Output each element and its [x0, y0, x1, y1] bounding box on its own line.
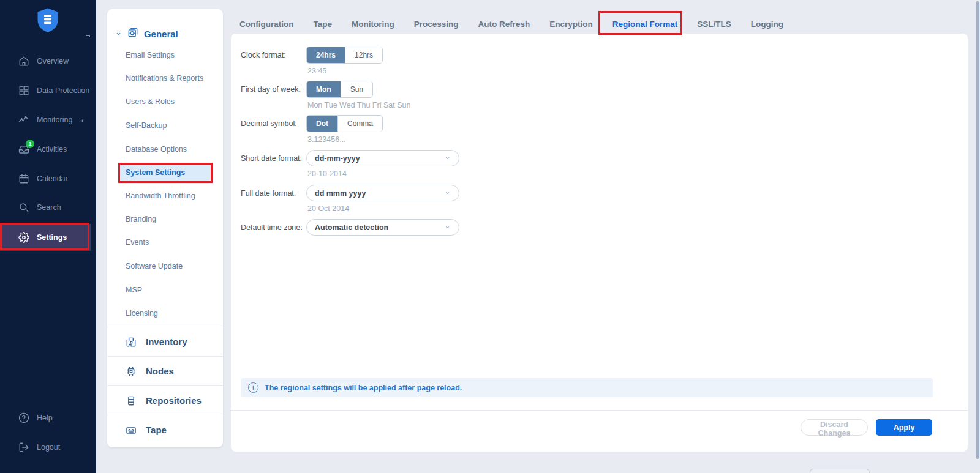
sidebar-item-label: Calendar — [37, 174, 68, 183]
clock-format-toggle: 24hrs 12hrs — [306, 47, 383, 64]
settings-nav-section-repositories[interactable]: Repositories — [107, 385, 223, 415]
inbox-icon: 1 — [18, 144, 29, 155]
first-day-example: Mon Tue Wed Thu Fri Sat Sun — [307, 101, 410, 110]
section-label: Tape — [146, 425, 167, 435]
regional-format-panel: Clock format: 24hrs 12hrs 23:45 First da… — [231, 34, 968, 452]
activity-chart-icon — [18, 114, 29, 125]
settings-nav-section-inventory[interactable]: Inventory — [107, 327, 223, 356]
repositories-icon — [125, 395, 137, 407]
clock-format-label: Clock format: — [241, 47, 306, 64]
full-date-label: Full date format: — [241, 185, 306, 202]
decimal-symbol-label: Decimal symbol: — [241, 115, 306, 132]
activities-count-badge: 1 — [26, 140, 34, 148]
form-row-short-date: Short date format: dd-mm-yyyy ⌄ 20-10-20… — [241, 150, 459, 178]
first-day-toggle: Mon Sun — [306, 81, 373, 98]
nav-item-notifications-reports[interactable]: Notifications & Reports — [107, 72, 223, 84]
first-day-mon-button[interactable]: Mon — [306, 81, 341, 98]
nav-item-licensing[interactable]: Licensing — [107, 307, 223, 319]
tab-logging[interactable]: Logging — [751, 20, 783, 29]
left-sidebar: Overview Data Protection Monitoring ‹ 1 … — [0, 0, 96, 473]
nav-item-self-backup[interactable]: Self-Backup — [107, 119, 223, 132]
settings-nav-section-nodes[interactable]: Nodes — [107, 356, 223, 385]
clock-format-example: 23:45 — [307, 67, 383, 75]
sidebar-item-label: Settings — [37, 233, 67, 242]
time-zone-label: Default time zone: — [241, 219, 306, 236]
chevron-down-icon[interactable]: ⌄ — [115, 29, 122, 35]
form-row-time-zone: Default time zone: Automatic detection ⌄ — [241, 219, 459, 236]
sidebar-item-help[interactable]: Help — [0, 409, 96, 426]
section-label: Repositories — [146, 395, 202, 406]
sidebar-item-settings[interactable]: Settings — [0, 224, 91, 251]
discard-changes-button[interactable]: Discard Changes — [801, 419, 868, 436]
collapse-corner-icon[interactable] — [86, 35, 90, 37]
tab-auto-refresh[interactable]: Auto Refresh — [478, 20, 530, 29]
nav-item-email-settings[interactable]: Email Settings — [107, 49, 223, 61]
sidebar-item-data-protection[interactable]: Data Protection — [0, 82, 96, 99]
tab-regional-format[interactable]: Regional Format — [612, 20, 678, 29]
page-scrollbar[interactable] — [976, 1, 979, 459]
calendar-icon — [18, 173, 29, 184]
nav-item-bandwidth-throttling[interactable]: Bandwidth Throttling — [107, 190, 223, 202]
sidebar-item-overview[interactable]: Overview — [0, 53, 96, 70]
chevron-down-icon: ⌄ — [444, 188, 451, 195]
first-day-label: First day of week: — [241, 81, 306, 98]
sidebar-item-search[interactable]: Search — [0, 199, 96, 216]
bottom-peek-element — [810, 469, 870, 473]
decimal-comma-button[interactable]: Comma — [337, 116, 382, 132]
sidebar-item-label: Activities — [37, 145, 67, 154]
sidebar-item-calendar[interactable]: Calendar — [0, 170, 96, 187]
info-banner: i The regional settings will be applied … — [241, 378, 933, 397]
full-date-select[interactable]: dd mmm yyyy ⌄ — [306, 185, 459, 201]
clock-format-24hrs-button[interactable]: 24hrs — [306, 47, 345, 64]
section-label: Inventory — [146, 337, 187, 347]
first-day-sun-button[interactable]: Sun — [341, 81, 372, 97]
short-date-select[interactable]: dd-mm-yyyy ⌄ — [306, 150, 459, 166]
help-circle-icon — [18, 412, 29, 423]
clock-format-12hrs-button[interactable]: 12hrs — [345, 47, 382, 63]
form-row-first-day: First day of week: Mon Sun Mon Tue Wed T… — [241, 81, 410, 110]
decimal-symbol-toggle: Dot Comma — [306, 115, 383, 132]
tab-processing[interactable]: Processing — [414, 20, 459, 29]
tab-tape[interactable]: Tape — [313, 20, 332, 29]
tape-icon — [125, 424, 137, 436]
short-date-label: Short date format: — [241, 150, 306, 167]
short-date-value: dd-mm-yyyy — [315, 154, 360, 163]
tab-monitoring[interactable]: Monitoring — [352, 20, 394, 29]
decimal-symbol-example: 3.123456... — [307, 135, 383, 144]
settings-nav-section-tape[interactable]: Tape — [107, 415, 223, 444]
sidebar-item-label: Help — [37, 414, 53, 422]
sidebar-item-label: Search — [37, 203, 61, 212]
sidebar-item-label: Overview — [37, 57, 69, 65]
info-icon: i — [248, 382, 258, 393]
nav-item-events[interactable]: Events — [107, 236, 223, 248]
settings-nav-section-general[interactable]: ⌄ General — [115, 26, 178, 41]
decimal-dot-button[interactable]: Dot — [306, 115, 338, 132]
nav-item-msp[interactable]: MSP — [107, 284, 223, 296]
tab-ssl-tls[interactable]: SSL/TLS — [697, 20, 731, 29]
nav-item-branding[interactable]: Branding — [107, 213, 223, 225]
tab-encryption[interactable]: Encryption — [549, 20, 593, 29]
nodes-icon — [125, 365, 137, 378]
chevron-left-icon[interactable]: ‹ — [81, 116, 83, 125]
inventory-icon — [125, 336, 137, 348]
logout-icon — [18, 442, 29, 453]
nav-item-software-update[interactable]: Software Update — [107, 260, 223, 272]
form-row-full-date: Full date format: dd mmm yyyy ⌄ 20 Oct 2… — [241, 185, 459, 213]
sidebar-item-monitoring[interactable]: Monitoring ‹ — [0, 111, 96, 128]
nav-item-users-roles[interactable]: Users & Roles — [107, 95, 223, 108]
chevron-down-icon: ⌄ — [444, 223, 451, 229]
app-logo-shield-icon[interactable] — [37, 7, 59, 35]
apply-button[interactable]: Apply — [876, 419, 932, 436]
nav-item-database-options[interactable]: Database Options — [107, 143, 223, 155]
info-message: The regional settings will be applied af… — [265, 384, 462, 392]
sidebar-item-activities[interactable]: 1 Activities — [0, 141, 96, 158]
search-icon — [18, 202, 29, 213]
footer-divider — [231, 410, 968, 411]
gear-icon — [18, 232, 29, 243]
sidebar-item-label: Logout — [37, 443, 60, 452]
tab-configuration[interactable]: Configuration — [239, 20, 293, 29]
sidebar-item-label: Monitoring — [37, 116, 72, 124]
time-zone-select[interactable]: Automatic detection ⌄ — [306, 219, 459, 236]
sidebar-item-logout[interactable]: Logout — [0, 439, 96, 456]
nav-item-system-settings[interactable]: System Settings — [107, 166, 223, 179]
